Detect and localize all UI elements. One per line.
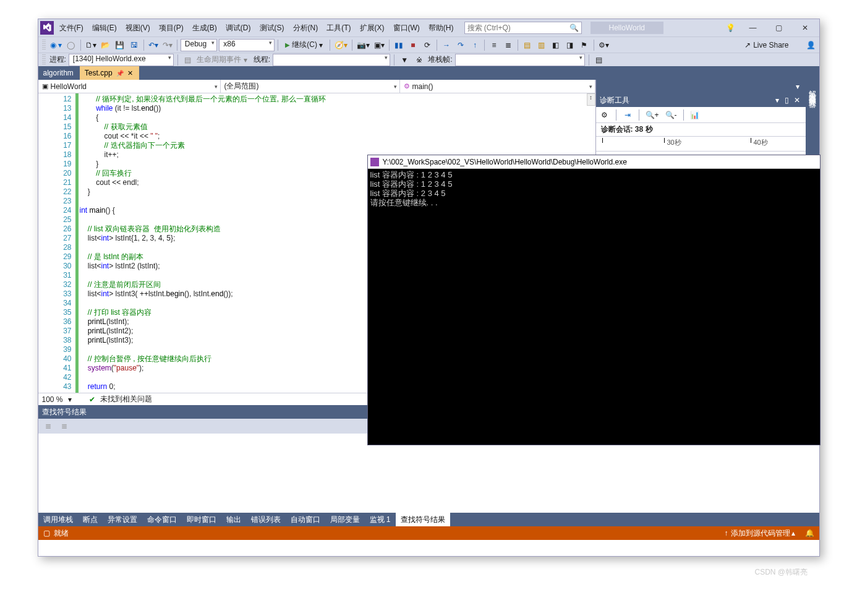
filter-button[interactable]: ▼ [398, 54, 411, 66]
scm-dropdown-icon[interactable]: ▴ [791, 529, 795, 537]
stepover-button[interactable]: ↷ [454, 39, 467, 51]
nav-back-button[interactable]: ◉ ▾ [49, 39, 63, 51]
diag-settings-icon[interactable]: ⚙ [599, 109, 611, 121]
console-titlebar[interactable]: Y:\002_WorkSpace\002_VS\HelloWorld\Hello… [368, 155, 820, 169]
main-toolbar: ◉ ▾ ◯ 🗋▾ 📂 💾 🖫 ↶▾ ↷▾ Debug x86 ▶继续(C) ▾ … [38, 36, 819, 53]
menu-测试(S)[interactable]: 测试(S) [255, 22, 289, 34]
continue-button[interactable]: ▶继续(C) ▾ [281, 39, 326, 51]
zoom-dropdown[interactable]: 100 % [42, 395, 63, 404]
stepout-button[interactable]: ↑ [469, 39, 481, 51]
browser-button[interactable]: 🧭▾ [333, 39, 349, 51]
menu-分析(N)[interactable]: 分析(N) [289, 22, 323, 34]
shot2-button[interactable]: ▣▾ [373, 39, 386, 51]
open-button[interactable]: 📂 [100, 39, 112, 51]
console-window[interactable]: Y:\002_WorkSpace\002_VS\HelloWorld\Hello… [367, 155, 821, 445]
diag-session: 诊断会话: 38 秒 [596, 123, 806, 137]
tab-algorithm[interactable]: algorithm [38, 66, 80, 80]
menu-编辑(E)[interactable]: 编辑(E) [88, 22, 121, 34]
thread-dropdown[interactable] [273, 54, 390, 66]
nav-fwd-button[interactable]: ◯ [65, 39, 77, 51]
lifecycle-icon[interactable]: ▤ [182, 54, 194, 66]
shot-button[interactable]: 📷▾ [356, 39, 371, 51]
bottom-tab-10[interactable]: 查找符号结果 [396, 513, 450, 526]
comment-button[interactable]: ▤ [521, 39, 534, 51]
liveshare-button[interactable]: Live Share [753, 41, 788, 49]
feedback-icon[interactable]: 👤 [806, 41, 816, 49]
notification-icon[interactable]: 💡 [725, 22, 737, 34]
indent-left-button[interactable]: ≡ [488, 39, 500, 51]
new-button[interactable]: 🗋▾ [84, 39, 98, 51]
search-placeholder: 搜索 (Ctrl+Q) [467, 23, 511, 33]
menu-视图(V)[interactable]: 视图(V) [121, 22, 155, 34]
bottom-tab-2[interactable]: 异常设置 [103, 513, 142, 526]
nav-func[interactable]: ⚙main() [400, 80, 595, 93]
stepinto-button[interactable]: → [440, 39, 453, 51]
menu-文件(F)[interactable]: 文件(F) [55, 22, 88, 34]
bottom-tab-3[interactable]: 命令窗口 [142, 513, 182, 526]
bottom-tab-8[interactable]: 局部变量 [325, 513, 365, 526]
saveall-button[interactable]: 🖫 [128, 39, 140, 51]
diag-close-icon[interactable]: ✕ [792, 96, 802, 105]
bottom-tab-0[interactable]: 调用堆栈 [38, 513, 78, 526]
flag-button[interactable]: ⚑ [578, 39, 591, 51]
titlebar: 文件(F)编辑(E)视图(V)项目(P)生成(B)调试(D)测试(S)分析(N)… [38, 19, 819, 36]
diag-graph-icon[interactable]: 📊 [689, 109, 701, 121]
diag-exit-icon[interactable]: ⇥ [621, 109, 634, 121]
bottom-tab-5[interactable]: 输出 [221, 513, 246, 526]
search-input[interactable]: 搜索 (Ctrl+Q) 🔍 [464, 22, 582, 34]
menu-窗口(W)[interactable]: 窗口(W) [389, 22, 424, 34]
status-ready: 就绪 [54, 528, 69, 539]
menu-工具(T)[interactable]: 工具(T) [322, 22, 355, 34]
bookmark-right-button[interactable]: ◨ [564, 39, 576, 51]
bottom-tab-7[interactable]: 自动窗口 [286, 513, 325, 526]
bottom-tab-9[interactable]: 监视 1 [365, 513, 396, 526]
bottom-tab-4[interactable]: 即时窗口 [182, 513, 221, 526]
close-button[interactable]: ✕ [793, 20, 817, 35]
find-indent-icon[interactable]: ≣ [42, 420, 54, 432]
bottom-tab-6[interactable]: 错误列表 [246, 513, 286, 526]
bell-icon[interactable]: 🔔 [805, 529, 814, 537]
menu-扩展(X)[interactable]: 扩展(X) [356, 22, 389, 34]
maximize-button[interactable]: ▢ [767, 20, 791, 35]
bottom-tab-1[interactable]: 断点 [78, 513, 103, 526]
tab-testcpp[interactable]: Test.cpp 📌 ✕ [80, 66, 139, 80]
menu-项目(P)[interactable]: 项目(P) [155, 22, 188, 34]
nav-scope[interactable]: ▣HelloWorld [38, 80, 221, 93]
menu-帮助(H)[interactable]: 帮助(H) [424, 22, 458, 34]
issues-text: 未找到相关问题 [100, 394, 152, 404]
indent-right-button[interactable]: ≣ [502, 39, 514, 51]
config-dropdown[interactable]: Debug [181, 39, 217, 51]
arrow-up-icon: ↑ [725, 529, 728, 537]
nav-funcscope[interactable]: (全局范围) [221, 80, 400, 93]
menu-调试(D)[interactable]: 调试(D) [221, 22, 255, 34]
settings-togg[interactable]: ⚙▾ [597, 39, 610, 51]
diag-pin-icon[interactable]: ▯ [782, 96, 792, 105]
undo-button[interactable]: ↶▾ [147, 39, 160, 51]
redo-button[interactable]: ↷▾ [161, 39, 174, 51]
menu-生成(B)[interactable]: 生成(B) [188, 22, 221, 34]
restart-button[interactable]: ⟳ [421, 39, 433, 51]
stack-icon[interactable]: ※ [413, 54, 425, 66]
save-button[interactable]: 💾 [114, 39, 126, 51]
tab-overflow-icon[interactable]: ▾ [792, 82, 803, 91]
find-outdent-icon[interactable]: ≣ [58, 420, 70, 432]
diag-menu-icon[interactable]: ▾ [772, 96, 782, 105]
minimize-button[interactable]: — [741, 20, 765, 35]
pause-button[interactable]: ▮▮ [393, 39, 405, 51]
process-dropdown[interactable]: [1340] HelloWorld.exe [69, 54, 174, 66]
tab-close-icon[interactable]: ✕ [127, 69, 133, 77]
stack-dropdown[interactable] [455, 54, 585, 66]
find-body [38, 434, 819, 513]
pin-icon[interactable]: 📌 [116, 70, 124, 77]
diag-zoomin-icon[interactable]: 🔍+ [644, 109, 660, 121]
more-button[interactable]: ▤ [593, 54, 605, 66]
scm-button[interactable]: 添加到源代码管理 [731, 528, 790, 539]
stop-button[interactable]: ■ [407, 39, 419, 51]
change-marker [75, 93, 79, 393]
bookmark-left-button[interactable]: ◧ [550, 39, 562, 51]
split-button[interactable]: ↕ [587, 93, 595, 106]
diag-zoomout-icon[interactable]: 🔍- [664, 109, 678, 121]
func-icon: ⚙ [404, 82, 410, 90]
platform-dropdown[interactable]: x86 [219, 39, 275, 51]
uncomment-button[interactable]: ▥ [535, 39, 548, 51]
